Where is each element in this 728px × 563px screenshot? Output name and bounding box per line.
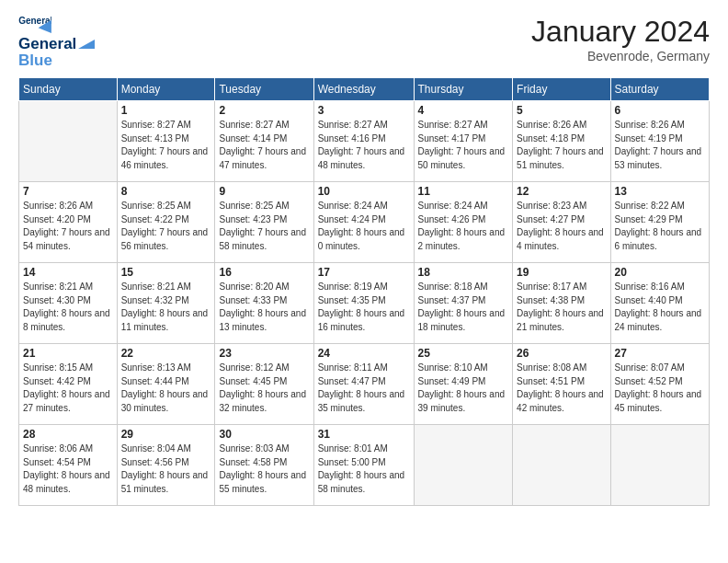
calendar-cell: 5 Sunrise: 8:26 AMSunset: 4:18 PMDayligh…	[513, 101, 610, 182]
col-wednesday: Wednesday	[313, 78, 414, 101]
calendar-cell: 1 Sunrise: 8:27 AMSunset: 4:13 PMDayligh…	[117, 101, 215, 182]
day-info: Sunrise: 8:19 AMSunset: 4:35 PMDaylight:…	[318, 281, 410, 334]
day-number: 23	[219, 347, 309, 360]
calendar: Sunday Monday Tuesday Wednesday Thursday…	[18, 77, 710, 506]
day-info: Sunrise: 8:20 AMSunset: 4:33 PMDaylight:…	[219, 281, 309, 334]
day-number: 2	[219, 104, 309, 117]
day-info: Sunrise: 8:08 AMSunset: 4:51 PMDaylight:…	[517, 362, 606, 415]
day-info: Sunrise: 8:06 AMSunset: 4:54 PMDaylight:…	[23, 442, 113, 496]
calendar-cell: 19 Sunrise: 8:17 AMSunset: 4:38 PMDaylig…	[513, 263, 610, 344]
calendar-cell: 2 Sunrise: 8:27 AMSunset: 4:14 PMDayligh…	[215, 101, 313, 182]
calendar-cell: 22 Sunrise: 8:13 AMSunset: 4:44 PMDaylig…	[117, 344, 215, 425]
day-number: 3	[318, 104, 410, 117]
calendar-cell: 4 Sunrise: 8:27 AMSunset: 4:17 PMDayligh…	[414, 101, 513, 182]
day-number: 11	[418, 185, 509, 198]
day-info: Sunrise: 8:04 AMSunset: 4:56 PMDaylight:…	[121, 442, 211, 496]
calendar-cell: 10 Sunrise: 8:24 AMSunset: 4:24 PMDaylig…	[313, 182, 414, 263]
calendar-week-3: 14 Sunrise: 8:21 AMSunset: 4:30 PMDaylig…	[19, 263, 710, 344]
day-number: 24	[318, 347, 410, 360]
day-info: Sunrise: 8:01 AMSunset: 5:00 PMDaylight:…	[318, 442, 410, 496]
day-number: 18	[418, 266, 509, 279]
calendar-cell: 18 Sunrise: 8:18 AMSunset: 4:37 PMDaylig…	[414, 263, 513, 344]
day-number: 6	[615, 104, 705, 117]
day-info: Sunrise: 8:10 AMSunset: 4:49 PMDaylight:…	[418, 362, 509, 415]
day-info: Sunrise: 8:21 AMSunset: 4:30 PMDaylight:…	[23, 281, 113, 334]
header: General General Blue January 2024 Bevenr…	[18, 15, 710, 70]
calendar-cell: 26 Sunrise: 8:08 AMSunset: 4:51 PMDaylig…	[513, 344, 610, 425]
day-number: 21	[23, 347, 113, 360]
day-number: 4	[418, 104, 509, 117]
col-sunday: Sunday	[19, 78, 118, 101]
day-number: 1	[121, 104, 211, 117]
day-info: Sunrise: 8:27 AMSunset: 4:13 PMDaylight:…	[121, 119, 211, 172]
day-info: Sunrise: 8:11 AMSunset: 4:47 PMDaylight:…	[318, 362, 410, 415]
calendar-cell: 28 Sunrise: 8:06 AMSunset: 4:54 PMDaylig…	[19, 425, 118, 506]
calendar-cell: 14 Sunrise: 8:21 AMSunset: 4:30 PMDaylig…	[19, 263, 118, 344]
col-friday: Friday	[513, 78, 610, 101]
day-info: Sunrise: 8:27 AMSunset: 4:16 PMDaylight:…	[318, 119, 410, 172]
day-info: Sunrise: 8:07 AMSunset: 4:52 PMDaylight:…	[615, 362, 705, 415]
day-info: Sunrise: 8:26 AMSunset: 4:20 PMDaylight:…	[23, 200, 113, 253]
svg-marker-2	[78, 40, 95, 49]
day-info: Sunrise: 8:25 AMSunset: 4:22 PMDaylight:…	[121, 200, 211, 253]
calendar-header-row: Sunday Monday Tuesday Wednesday Thursday…	[19, 78, 710, 101]
logo-bird	[78, 36, 95, 49]
day-number: 5	[517, 104, 606, 117]
month-title: January 2024	[531, 15, 710, 49]
logo: General General Blue	[18, 15, 97, 70]
day-info: Sunrise: 8:03 AMSunset: 4:58 PMDaylight:…	[219, 442, 309, 496]
logo-blue: Blue	[18, 52, 52, 70]
calendar-cell: 30 Sunrise: 8:03 AMSunset: 4:58 PMDaylig…	[215, 425, 313, 506]
day-info: Sunrise: 8:27 AMSunset: 4:17 PMDaylight:…	[418, 119, 509, 172]
day-number: 15	[121, 266, 211, 279]
day-info: Sunrise: 8:23 AMSunset: 4:27 PMDaylight:…	[517, 200, 606, 253]
calendar-cell: 20 Sunrise: 8:16 AMSunset: 4:40 PMDaylig…	[610, 263, 709, 344]
day-number: 30	[219, 428, 309, 441]
calendar-cell	[414, 425, 513, 506]
col-monday: Monday	[117, 78, 215, 101]
calendar-week-4: 21 Sunrise: 8:15 AMSunset: 4:42 PMDaylig…	[19, 344, 710, 425]
calendar-cell: 23 Sunrise: 8:12 AMSunset: 4:45 PMDaylig…	[215, 344, 313, 425]
calendar-cell: 27 Sunrise: 8:07 AMSunset: 4:52 PMDaylig…	[610, 344, 709, 425]
day-number: 28	[23, 428, 113, 441]
day-info: Sunrise: 8:18 AMSunset: 4:37 PMDaylight:…	[418, 281, 509, 334]
calendar-cell: 9 Sunrise: 8:25 AMSunset: 4:23 PMDayligh…	[215, 182, 313, 263]
day-number: 19	[517, 266, 606, 279]
day-number: 25	[418, 347, 509, 360]
calendar-cell: 11 Sunrise: 8:24 AMSunset: 4:26 PMDaylig…	[414, 182, 513, 263]
col-tuesday: Tuesday	[215, 78, 313, 101]
calendar-week-2: 7 Sunrise: 8:26 AMSunset: 4:20 PMDayligh…	[19, 182, 710, 263]
calendar-week-1: 1 Sunrise: 8:27 AMSunset: 4:13 PMDayligh…	[19, 101, 710, 182]
day-number: 17	[318, 266, 410, 279]
day-info: Sunrise: 8:27 AMSunset: 4:14 PMDaylight:…	[219, 119, 309, 172]
day-number: 7	[23, 185, 113, 198]
day-number: 8	[121, 185, 211, 198]
day-number: 27	[615, 347, 705, 360]
calendar-cell: 8 Sunrise: 8:25 AMSunset: 4:22 PMDayligh…	[117, 182, 215, 263]
calendar-cell: 21 Sunrise: 8:15 AMSunset: 4:42 PMDaylig…	[19, 344, 118, 425]
day-info: Sunrise: 8:22 AMSunset: 4:29 PMDaylight:…	[615, 200, 705, 253]
day-number: 31	[318, 428, 410, 441]
calendar-cell: 12 Sunrise: 8:23 AMSunset: 4:27 PMDaylig…	[513, 182, 610, 263]
logo-general: General	[18, 35, 76, 53]
page: General General Blue January 2024 Bevenr…	[0, 0, 728, 563]
calendar-cell: 31 Sunrise: 8:01 AMSunset: 5:00 PMDaylig…	[313, 425, 414, 506]
day-number: 10	[318, 185, 410, 198]
calendar-cell: 25 Sunrise: 8:10 AMSunset: 4:49 PMDaylig…	[414, 344, 513, 425]
day-info: Sunrise: 8:15 AMSunset: 4:42 PMDaylight:…	[23, 362, 113, 415]
day-number: 16	[219, 266, 309, 279]
calendar-cell: 13 Sunrise: 8:22 AMSunset: 4:29 PMDaylig…	[610, 182, 709, 263]
day-number: 14	[23, 266, 113, 279]
day-info: Sunrise: 8:26 AMSunset: 4:19 PMDaylight:…	[615, 119, 705, 172]
calendar-cell	[19, 101, 118, 182]
day-info: Sunrise: 8:13 AMSunset: 4:44 PMDaylight:…	[121, 362, 211, 415]
day-info: Sunrise: 8:24 AMSunset: 4:26 PMDaylight:…	[418, 200, 509, 253]
calendar-cell: 7 Sunrise: 8:26 AMSunset: 4:20 PMDayligh…	[19, 182, 118, 263]
day-number: 29	[121, 428, 211, 441]
calendar-cell: 15 Sunrise: 8:21 AMSunset: 4:32 PMDaylig…	[117, 263, 215, 344]
day-info: Sunrise: 8:17 AMSunset: 4:38 PMDaylight:…	[517, 281, 606, 334]
calendar-cell	[513, 425, 610, 506]
col-saturday: Saturday	[610, 78, 709, 101]
calendar-cell: 24 Sunrise: 8:11 AMSunset: 4:47 PMDaylig…	[313, 344, 414, 425]
day-info: Sunrise: 8:24 AMSunset: 4:24 PMDaylight:…	[318, 200, 410, 253]
